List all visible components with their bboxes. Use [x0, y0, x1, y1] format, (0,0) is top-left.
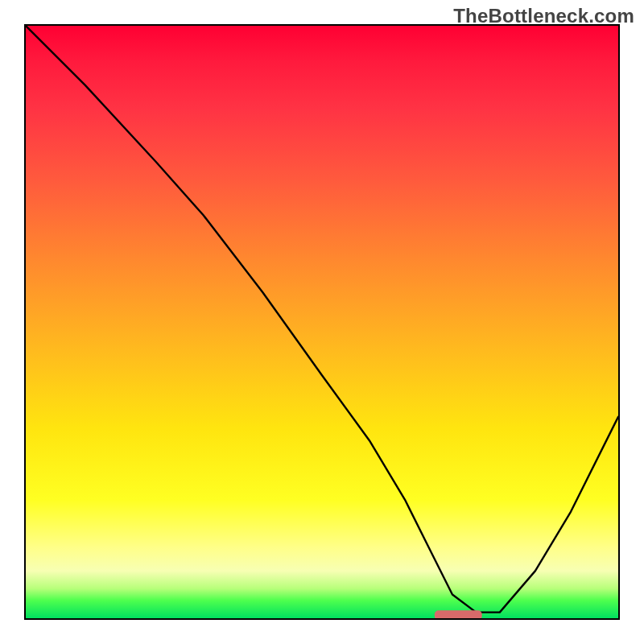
optimal-marker [435, 610, 482, 618]
plot-area [24, 24, 620, 620]
watermark-text: TheBottleneck.com [453, 5, 634, 27]
bottleneck-curve [26, 26, 618, 613]
chart-svg [26, 26, 618, 618]
